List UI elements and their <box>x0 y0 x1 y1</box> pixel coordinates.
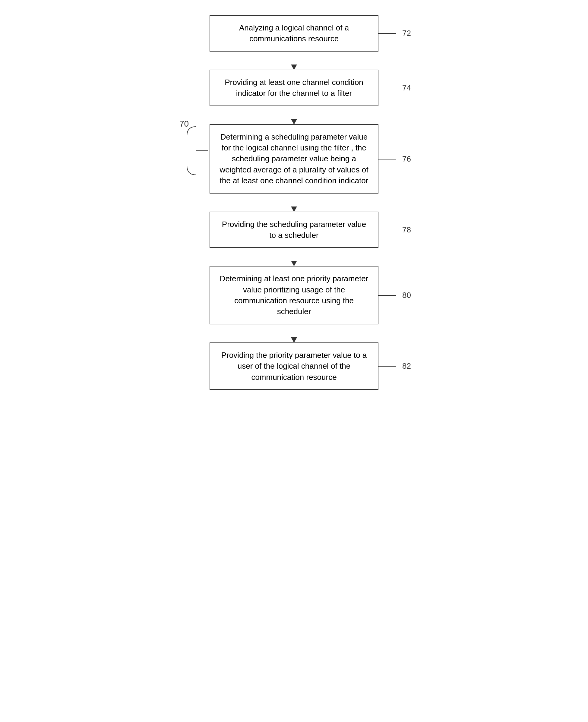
step-76-label: 76 <box>402 153 411 164</box>
step-74-box: Providing at least one channel condition… <box>210 70 378 106</box>
arrow-3 <box>294 194 294 212</box>
step-72-label: 72 <box>402 28 411 39</box>
step-78-box: Providing the scheduling parameter value… <box>210 212 378 248</box>
step-74-text: Providing at least one channel condition… <box>225 78 363 98</box>
step-80-box: Determining at least one priority parame… <box>210 266 378 324</box>
label-line-80 <box>378 295 396 296</box>
step-78-label: 78 <box>402 224 411 235</box>
label-line-76 <box>378 159 396 160</box>
step-72-box: Analyzing a logical channel of a communi… <box>210 15 378 51</box>
step-82-box: Providing the priority parameter value t… <box>210 342 378 390</box>
step-74-label: 74 <box>402 82 411 93</box>
label-line-82 <box>378 366 396 366</box>
arrow-5 <box>294 324 294 342</box>
step-76-box: Determining a scheduling parameter value… <box>210 124 378 194</box>
step-82-text: Providing the priority parameter value t… <box>221 351 367 382</box>
step-76-text: Determining a scheduling parameter value… <box>220 132 369 185</box>
step-72-text: Analyzing a logical channel of a communi… <box>239 23 349 43</box>
step-80-label: 80 <box>402 290 411 301</box>
label-line-72 <box>378 33 396 34</box>
label-line-78 <box>378 230 396 230</box>
step-78-text: Providing the scheduling parameter value… <box>222 220 366 240</box>
arrow-4 <box>294 248 294 266</box>
step-80-text: Determining at least one priority parame… <box>220 274 369 316</box>
arrow-1 <box>294 51 294 70</box>
step-82-label: 82 <box>402 361 411 371</box>
label-line-74 <box>378 88 396 88</box>
flowchart-diagram: Analyzing a logical channel of a communi… <box>158 15 430 390</box>
arrow-2 <box>294 106 294 124</box>
